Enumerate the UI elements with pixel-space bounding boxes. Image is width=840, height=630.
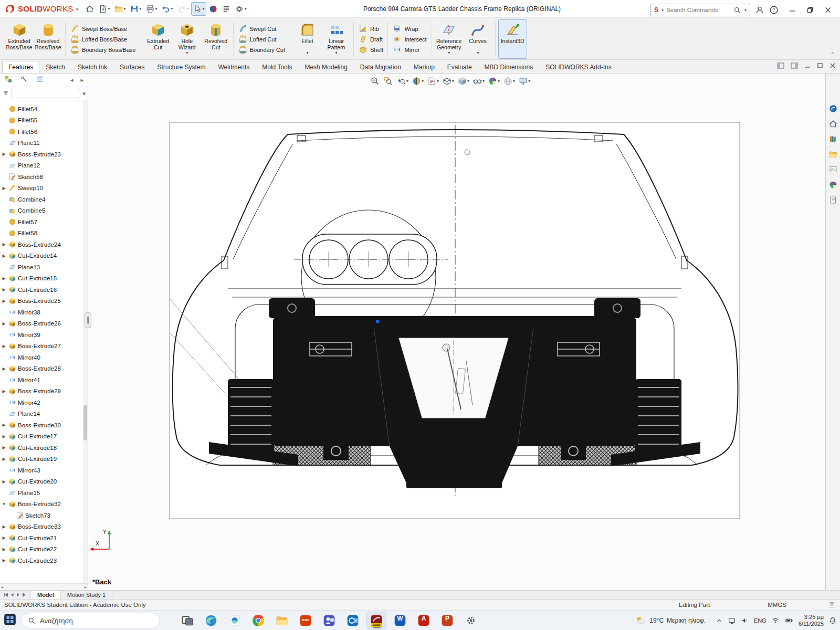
- expand-arrow-icon[interactable]: ▶: [1, 536, 7, 540]
- print-button[interactable]: ▾: [144, 2, 159, 16]
- taskbar-app-settings-button[interactable]: [461, 612, 481, 629]
- feature-tree-item-boss-extrude26[interactable]: ▶Boss-Extrude26: [1, 318, 82, 330]
- swept-boss-base-button[interactable]: Swept Boss/Base: [68, 24, 138, 34]
- expand-arrow-icon[interactable]: ▶: [1, 547, 7, 552]
- expand-arrow-icon[interactable]: ▶: [1, 366, 7, 371]
- tab-weldments[interactable]: Weldments: [212, 61, 256, 73]
- feature-tree-item-cut-extrude17[interactable]: ▶Cut-Extrude17: [1, 431, 82, 443]
- expand-arrow-icon[interactable]: ▶: [1, 558, 7, 563]
- expand-arrow-icon[interactable]: ▶: [1, 299, 7, 303]
- feature-tree-item-mirror39[interactable]: Mirror39: [1, 329, 82, 341]
- feature-tree-item-mirror41[interactable]: Mirror41: [1, 374, 82, 386]
- tray-overflow-button[interactable]: [716, 617, 723, 624]
- dock-right-icon[interactable]: [791, 62, 798, 69]
- feature-tree-item-cut-extrude21[interactable]: ▶Cut-Extrude21: [1, 532, 82, 544]
- taskbar-edge-button[interactable]: [201, 612, 221, 629]
- new-document-button[interactable]: ▾: [97, 2, 112, 16]
- feature-tree-tab-button[interactable]: [4, 75, 13, 86]
- undo-button[interactable]: ▾: [160, 2, 175, 16]
- model-bar-tab-motion-study-1[interactable]: Motion Study 1: [61, 591, 112, 599]
- previous-view-button[interactable]: ▾: [395, 75, 410, 87]
- fm-tab-next[interactable]: ▸: [80, 77, 83, 83]
- expand-arrow-icon[interactable]: ▶: [1, 423, 7, 427]
- lofted-cut-button[interactable]: Lofted Cut: [236, 34, 287, 44]
- redo-button[interactable]: ▾: [175, 2, 191, 16]
- feature-tree-item-combine5[interactable]: Combine5: [1, 205, 82, 217]
- tab-markup[interactable]: Markup: [407, 61, 441, 73]
- tab-mesh-modeling[interactable]: Mesh Modeling: [298, 61, 353, 73]
- feature-tree-hscrollbar[interactable]: ◂▸: [0, 583, 88, 590]
- options-button[interactable]: ▾: [233, 2, 248, 16]
- taskbar-solidworks-button[interactable]: 2025: [366, 612, 386, 629]
- feature-tree-item-sketch58[interactable]: Sketch58: [1, 171, 82, 183]
- feature-tree-item-cut-extrude20[interactable]: ▶Cut-Extrude20: [1, 476, 82, 488]
- feature-tree-item-plane13[interactable]: Plane13: [1, 261, 82, 273]
- boundary-boss-base-button[interactable]: Boundary Boss/Base: [68, 45, 138, 55]
- taskbar-word-button[interactable]: W: [390, 612, 410, 629]
- taskbar-powerpoint-button[interactable]: P: [437, 612, 457, 629]
- view-settings-button[interactable]: ▾: [517, 75, 531, 87]
- feature-tree-item-cut-extrude23[interactable]: ▶Cut-Extrude23: [1, 555, 82, 566]
- feature-tree-item-boss-extrude25[interactable]: ▶Boss-Extrude25: [1, 296, 82, 307]
- zoom-area-button[interactable]: [382, 75, 394, 87]
- draft-button[interactable]: Draft: [356, 34, 385, 44]
- feature-tree-item-plane14[interactable]: Plane14: [1, 408, 82, 420]
- feature-tree-item-mirror40[interactable]: Mirror40: [1, 352, 82, 363]
- nav-prev-icon[interactable]: [9, 592, 15, 597]
- task-pane-design-library-button[interactable]: [827, 133, 839, 145]
- revolved-boss-base-button[interactable]: Revolved Boss/Base: [34, 19, 62, 59]
- taskbar-teams-button[interactable]: [319, 612, 339, 629]
- linear-pattern-button[interactable]: Linear Pattern▾: [322, 19, 351, 59]
- mirror-button[interactable]: Mirror: [391, 45, 428, 55]
- feature-tree-item-cut-extrude18[interactable]: ▶Cut-Extrude18: [1, 442, 82, 454]
- expand-arrow-icon[interactable]: ▶: [1, 287, 7, 292]
- open-document-button[interactable]: ▾: [112, 2, 128, 16]
- reference-geometry-button[interactable]: Reference Geometry▾: [435, 19, 464, 59]
- extruded-cut-button[interactable]: Extruded Cut: [144, 19, 173, 59]
- feature-tree-item-boss-extrude32[interactable]: ▼Boss-Extrude32: [1, 499, 82, 510]
- notification-center-button[interactable]: [828, 616, 837, 625]
- select-button[interactable]: ▾: [191, 2, 206, 16]
- dropdown-caret[interactable]: ▾: [448, 51, 450, 55]
- view-orientation-button[interactable]: ▾: [441, 75, 455, 87]
- boundary-cut-button[interactable]: Boundary Cut: [236, 45, 287, 55]
- hide-show-button[interactable]: ▾: [471, 75, 486, 87]
- expand-arrow-icon[interactable]: ▶: [1, 344, 7, 349]
- feature-tree-item-boss-extrude30[interactable]: ▶Boss-Extrude30: [1, 419, 82, 431]
- feature-tree-item-combine4[interactable]: Combine4: [1, 194, 82, 205]
- taskbar-m365-button[interactable]: M365: [296, 612, 316, 629]
- expand-arrow-icon[interactable]: ▶: [1, 186, 7, 191]
- feature-tree-item-cut-extrude14[interactable]: ▶Cut-Extrude14: [1, 250, 82, 262]
- intersect-button[interactable]: Intersect: [391, 34, 428, 44]
- configuration-tab-button[interactable]: [36, 75, 44, 86]
- logo-expand-caret[interactable]: ▸: [77, 6, 79, 12]
- expand-arrow-icon[interactable]: ▶: [1, 524, 7, 529]
- nav-first-icon[interactable]: [3, 592, 8, 597]
- expand-arrow-icon[interactable]: ▶: [1, 152, 7, 156]
- feature-tree-item-cut-extrude22[interactable]: ▶Cut-Extrude22: [1, 544, 82, 555]
- task-pane-appearances-button[interactable]: [827, 179, 839, 191]
- display-style-button[interactable]: ▾: [456, 75, 470, 87]
- feature-tree-item-boss-extrude28[interactable]: ▶Boss-Extrude28: [1, 363, 82, 375]
- rib-button[interactable]: Rib: [356, 24, 385, 34]
- home-button[interactable]: [83, 2, 96, 16]
- instant3d-button[interactable]: Instant3D: [498, 19, 527, 59]
- feature-filter-input[interactable]: [12, 89, 80, 98]
- feature-tree-item-fillet56[interactable]: Fillet56: [1, 126, 82, 138]
- doc-minimize-button[interactable]: [804, 62, 811, 69]
- tab-data-migration[interactable]: Data Migration: [354, 61, 407, 73]
- tray-speaker-button[interactable]: [741, 616, 749, 625]
- expand-arrow-icon[interactable]: ▶: [1, 479, 7, 484]
- command-options-button[interactable]: [220, 2, 233, 16]
- task-pane-custom-props-button[interactable]: [827, 194, 839, 206]
- dropdown-caret[interactable]: ▾: [186, 51, 188, 55]
- tray-display-button[interactable]: [728, 616, 736, 625]
- task-pane-resources-button[interactable]: [827, 103, 839, 114]
- feature-tree-item-mirror42[interactable]: Mirror42: [1, 397, 82, 408]
- tab-features[interactable]: Features: [2, 61, 39, 73]
- taskbar-outlook-button[interactable]: [343, 612, 363, 629]
- minimize-button[interactable]: [783, 3, 801, 17]
- fillet-button[interactable]: Fillet▾: [293, 19, 322, 59]
- dropdown-caret[interactable]: ▾: [477, 51, 479, 55]
- taskbar-task-view-button[interactable]: [177, 612, 197, 629]
